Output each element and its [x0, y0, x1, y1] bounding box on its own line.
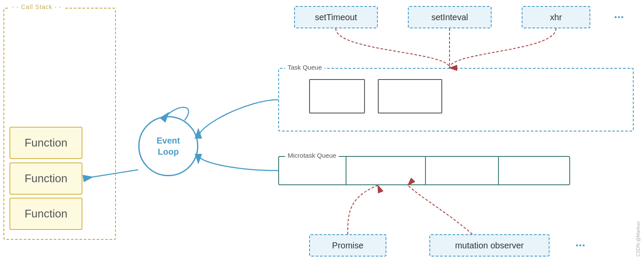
setinterval-box: setInteval	[408, 6, 492, 28]
microtask-queue-label: Microtask Queue	[285, 152, 339, 159]
microtask-divider-3	[498, 157, 499, 184]
arrow-mutationobserver-to-microtask	[408, 185, 472, 234]
task-box-1	[309, 79, 365, 113]
arrow-settimeout-to-taskqueue	[336, 28, 450, 68]
arrow-microtaskqueue-to-eventloop	[198, 155, 278, 171]
task-queue-label: Task Queue	[285, 64, 325, 71]
dots-bottom: ···	[575, 239, 585, 252]
task-box-2	[378, 79, 442, 113]
watermark: CSDN @Markuo	[635, 221, 641, 257]
event-loop-circle: EventLoop	[138, 116, 198, 176]
promise-label: Promise	[332, 241, 363, 251]
event-loop-label: EventLoop	[157, 135, 180, 157]
task-queue-border: Task Queue	[278, 68, 634, 132]
function-box-2: Function	[9, 162, 82, 195]
function-label-2: Function	[24, 172, 67, 185]
call-stack-label: - - Call Stack - -	[9, 3, 64, 10]
xhr-box: xhr	[522, 6, 590, 28]
function-box-1: Function	[9, 127, 82, 159]
arrow-taskqueue-to-eventloop	[198, 100, 278, 138]
function-label-3: Function	[24, 207, 67, 220]
arrow-xhr-to-taskqueue	[450, 28, 556, 68]
mutation-observer-label: mutation observer	[455, 241, 524, 251]
setinterval-label: setInteval	[431, 12, 468, 22]
microtask-queue-border: Microtask Queue	[278, 156, 570, 185]
function-box-3: Function	[9, 198, 82, 230]
mutation-observer-box: mutation observer	[429, 234, 550, 257]
promise-box: Promise	[309, 234, 386, 257]
arrow-promise-to-microtask	[348, 185, 378, 234]
microtask-divider-1	[346, 157, 346, 184]
settimeout-box: setTimeout	[294, 6, 378, 28]
settimeout-label: setTimeout	[315, 12, 357, 22]
diagram-container: - - Call Stack - - Function Function Fun…	[0, 0, 644, 260]
xhr-label: xhr	[550, 12, 562, 22]
dots-top: ···	[614, 10, 624, 24]
microtask-divider-2	[425, 157, 426, 184]
function-label-1: Function	[24, 136, 67, 150]
